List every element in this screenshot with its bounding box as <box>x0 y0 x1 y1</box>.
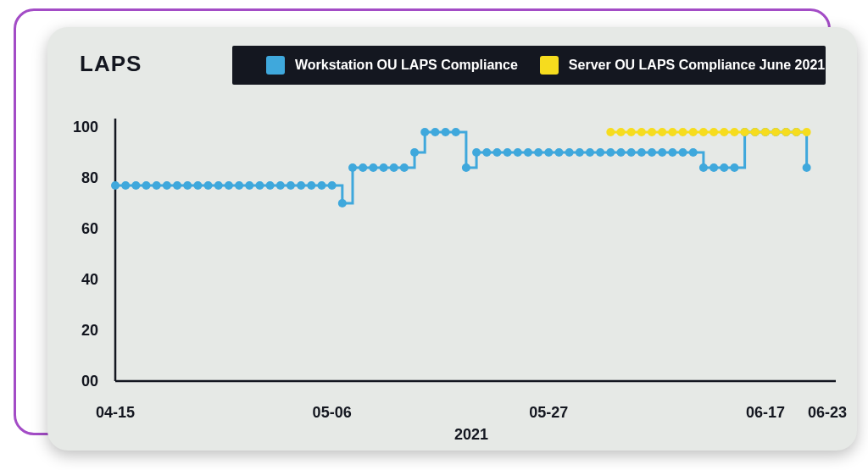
data-point-workstation <box>214 181 223 190</box>
chart-title: LAPS <box>80 51 142 77</box>
data-point-workstation <box>709 163 718 172</box>
data-point-workstation <box>492 148 501 157</box>
data-point-workstation <box>183 181 192 190</box>
data-point-server <box>720 128 728 136</box>
data-point-workstation <box>504 148 512 157</box>
data-point-server <box>761 128 770 136</box>
data-point-workstation <box>338 199 347 207</box>
chart-svg <box>107 119 836 398</box>
data-point-workstation <box>627 148 636 157</box>
data-point-workstation <box>482 148 491 157</box>
legend-swatch-workstation <box>266 56 285 75</box>
data-point-workstation <box>803 163 811 172</box>
data-point-server <box>699 128 708 136</box>
data-point-workstation <box>255 181 264 190</box>
data-point-workstation <box>317 181 326 190</box>
data-point-workstation <box>452 128 460 136</box>
data-point-workstation <box>276 181 285 190</box>
data-point-server <box>658 128 666 136</box>
x-axis-title: 2021 <box>107 426 836 444</box>
data-point-workstation <box>524 148 532 157</box>
data-point-workstation <box>586 148 594 157</box>
data-point-workstation <box>442 128 450 136</box>
data-point-workstation <box>163 181 171 190</box>
data-point-workstation <box>431 128 439 136</box>
x-tick-label: 05-27 <box>529 404 568 422</box>
data-point-workstation <box>121 181 130 190</box>
y-tick-label: 100 <box>64 119 98 136</box>
data-point-server <box>637 128 646 136</box>
data-point-workstation <box>472 148 481 157</box>
data-point-server <box>730 128 738 136</box>
legend-swatch-server <box>540 56 559 75</box>
data-point-workstation <box>544 148 553 157</box>
data-point-workstation <box>730 163 738 172</box>
data-point-workstation <box>245 181 253 190</box>
data-point-workstation <box>307 181 315 190</box>
legend-label-workstation: Workstation OU LAPS Compliance <box>295 58 518 73</box>
data-point-workstation <box>380 163 388 172</box>
data-point-workstation <box>131 181 140 190</box>
data-point-server <box>606 128 615 136</box>
data-point-workstation <box>359 163 367 172</box>
data-point-workstation <box>576 148 584 157</box>
data-point-server <box>771 128 780 136</box>
data-point-workstation <box>173 181 181 190</box>
y-tick-label: 80 <box>64 169 98 187</box>
data-point-workstation <box>606 148 615 157</box>
data-point-workstation <box>617 148 626 157</box>
x-tick-label: 06-17 <box>746 404 785 422</box>
x-tick-label: 06-23 <box>808 404 847 422</box>
data-point-server <box>803 128 811 136</box>
data-point-workstation <box>204 181 213 190</box>
plot-area: 2021 002040608010004-1505-0605-2706-1706… <box>107 119 836 449</box>
data-point-server <box>617 128 626 136</box>
data-point-server <box>709 128 718 136</box>
data-point-workstation <box>142 181 151 190</box>
legend: Workstation OU LAPS Compliance Server OU… <box>232 46 826 85</box>
data-point-workstation <box>720 163 728 172</box>
data-point-workstation <box>297 181 305 190</box>
data-point-workstation <box>658 148 666 157</box>
data-point-server <box>782 128 790 136</box>
x-tick-label: 04-15 <box>96 404 135 422</box>
data-point-workstation <box>420 128 429 136</box>
data-point-workstation <box>699 163 708 172</box>
data-point-workstation <box>648 148 656 157</box>
chart-card: LAPS Workstation OU LAPS Compliance Serv… <box>47 27 857 451</box>
data-point-server <box>741 128 749 136</box>
y-tick-label: 60 <box>64 220 98 238</box>
legend-item-server: Server OU LAPS Compliance June 2021 <box>540 56 825 75</box>
legend-label-server: Server OU LAPS Compliance June 2021 <box>569 58 825 73</box>
data-point-server <box>751 128 760 136</box>
data-point-workstation <box>596 148 604 157</box>
data-point-server <box>627 128 636 136</box>
data-point-workstation <box>637 148 646 157</box>
y-tick-label: 00 <box>64 373 98 390</box>
data-point-workstation <box>348 163 357 172</box>
data-point-workstation <box>554 148 563 157</box>
data-point-workstation <box>410 148 419 157</box>
x-tick-label: 05-06 <box>313 404 352 422</box>
data-point-workstation <box>689 148 698 157</box>
data-point-workstation <box>153 181 161 190</box>
data-point-workstation <box>235 181 243 190</box>
data-point-workstation <box>514 148 522 157</box>
data-point-workstation <box>390 163 398 172</box>
data-point-server <box>668 128 676 136</box>
data-point-server <box>792 128 800 136</box>
legend-item-workstation: Workstation OU LAPS Compliance <box>266 56 518 75</box>
data-point-server <box>679 128 687 136</box>
data-point-workstation <box>400 163 409 172</box>
data-point-workstation <box>679 148 687 157</box>
data-point-workstation <box>369 163 377 172</box>
data-point-server <box>689 128 698 136</box>
y-tick-label: 20 <box>64 322 98 340</box>
data-point-workstation <box>565 148 574 157</box>
data-point-workstation <box>193 181 202 190</box>
data-point-server <box>648 128 656 136</box>
data-point-workstation <box>225 181 233 190</box>
data-point-workstation <box>462 163 470 172</box>
data-point-workstation <box>668 148 676 157</box>
y-tick-label: 40 <box>64 271 98 289</box>
